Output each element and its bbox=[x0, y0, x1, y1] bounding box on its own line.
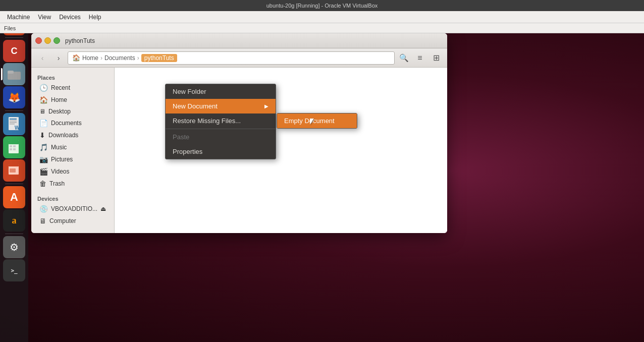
files-label-text: Files bbox=[4, 25, 16, 31]
fm-titlebar: pythonTuts bbox=[31, 33, 447, 48]
svg-rect-6 bbox=[10, 119, 17, 120]
sidebar-item-documents[interactable]: 📄 Documents bbox=[33, 117, 112, 129]
breadcrumb-current[interactable]: pythonTuts bbox=[141, 54, 177, 62]
launcher-sep-4 bbox=[5, 234, 23, 234]
ctx-new-folder[interactable]: New Folder bbox=[166, 84, 276, 99]
ctx-new-document[interactable]: New Document ▶ Empty Document bbox=[166, 99, 276, 113]
breadcrumb-home-icon: 🏠 bbox=[72, 54, 80, 62]
maximize-button[interactable] bbox=[53, 37, 60, 44]
view-toggle-button[interactable]: ⊞ bbox=[429, 51, 443, 65]
vbox-title: ubuntu-20g [Running] - Oracle VM Virtual… bbox=[266, 3, 378, 9]
svg-rect-4 bbox=[8, 71, 14, 74]
fm-sidebar: Places 🕒 Recent 🏠 Home 🖥 Desktop 📄 Docum… bbox=[31, 68, 115, 233]
ctx-properties-label: Properties bbox=[173, 148, 202, 155]
sidebar-desktop-label: Desktop bbox=[48, 108, 71, 115]
minimize-button[interactable] bbox=[44, 37, 51, 44]
ctx-properties[interactable]: Properties bbox=[166, 144, 276, 159]
ctx-submenu-arrow: ▶ bbox=[264, 103, 269, 109]
fm-files-pane[interactable]: New Folder New Document ▶ Empty Document… bbox=[115, 68, 447, 233]
sidebar-music-label: Music bbox=[51, 144, 67, 151]
sidebar-computer-label: Computer bbox=[49, 217, 76, 224]
sidebar-item-computer[interactable]: 🖥 Computer bbox=[33, 215, 112, 227]
launcher-amazon[interactable]: a bbox=[3, 209, 25, 232]
devices-label: Devices bbox=[31, 194, 114, 203]
svg-rect-8 bbox=[10, 122, 17, 123]
vbox-titlebar: ubuntu-20g [Running] - Oracle VM Virtual… bbox=[0, 0, 644, 11]
breadcrumb-sep-2: › bbox=[137, 54, 139, 62]
computer-icon: 🖥 bbox=[39, 217, 46, 225]
breadcrumb-documents[interactable]: Documents bbox=[104, 54, 135, 62]
sidebar-videos-label: Videos bbox=[51, 168, 69, 175]
launcher-installer[interactable]: A bbox=[3, 186, 25, 208]
menu-devices[interactable]: Devices bbox=[55, 13, 85, 22]
sidebar-documents-label: Documents bbox=[51, 120, 82, 127]
svg-rect-19 bbox=[10, 168, 16, 173]
menu-button[interactable]: ≡ bbox=[413, 51, 427, 65]
svg-rect-18 bbox=[9, 164, 19, 166]
ctx-restore-label: Restore Missing Files... bbox=[173, 117, 241, 125]
svg-rect-14 bbox=[13, 145, 16, 147]
files-label-bar: Files bbox=[0, 23, 644, 33]
menu-view[interactable]: View bbox=[34, 13, 55, 22]
close-button[interactable] bbox=[35, 37, 42, 44]
svg-rect-9 bbox=[10, 124, 15, 125]
sidebar-downloads-label: Downloads bbox=[48, 132, 78, 139]
launcher-sep-3 bbox=[5, 184, 23, 184]
ctx-empty-document-label: Empty Document bbox=[284, 117, 335, 125]
eject-icon[interactable]: ⏏ bbox=[100, 205, 106, 212]
sidebar-pictures-label: Pictures bbox=[51, 156, 73, 163]
launcher-terminal[interactable]: >_ bbox=[3, 259, 25, 281]
fm-window: pythonTuts ‹ › 🏠 Home › Documents › pyth… bbox=[31, 33, 447, 233]
launcher-files[interactable] bbox=[3, 63, 25, 85]
documents-icon: 📄 bbox=[39, 119, 48, 127]
forward-button[interactable]: › bbox=[51, 51, 66, 65]
launcher-sep-1 bbox=[5, 37, 23, 38]
launcher-writer[interactable]: W bbox=[3, 113, 25, 135]
menu-help[interactable]: Help bbox=[85, 13, 105, 22]
home-icon: 🏠 bbox=[39, 96, 48, 104]
sidebar-item-pictures[interactable]: 📷 Pictures bbox=[33, 153, 112, 165]
desktop-icon: 🖥 bbox=[39, 108, 45, 115]
breadcrumb-sep-1: › bbox=[100, 54, 102, 62]
back-button[interactable]: ‹ bbox=[35, 51, 49, 65]
breadcrumb-bar: 🏠 Home › Documents › pythonTuts bbox=[68, 51, 395, 65]
vbox-menubar: Machine View Devices Help bbox=[0, 11, 644, 23]
launcher-firefox[interactable]: 🦊 bbox=[3, 86, 25, 108]
search-button[interactable]: 🔍 bbox=[397, 51, 411, 65]
ctx-new-folder-label: New Folder bbox=[173, 88, 206, 95]
ctx-separator bbox=[166, 129, 276, 129]
svg-rect-15 bbox=[10, 148, 12, 150]
context-menu: New Folder New Document ▶ Empty Document… bbox=[165, 84, 276, 159]
places-label: Places bbox=[31, 73, 114, 82]
videos-icon: 🎬 bbox=[39, 167, 48, 176]
sidebar-item-music[interactable]: 🎵 Music bbox=[33, 141, 112, 153]
ctx-new-document-label: New Document bbox=[173, 102, 218, 110]
launcher-settings[interactable]: ⚙ bbox=[3, 236, 25, 258]
sidebar-item-videos[interactable]: 🎬 Videos bbox=[33, 165, 112, 178]
trash-icon: 🗑 bbox=[39, 180, 46, 188]
launcher-impress[interactable] bbox=[3, 159, 25, 182]
ctx-paste: Paste bbox=[166, 130, 276, 144]
recent-icon: 🕒 bbox=[39, 84, 48, 92]
launcher-chromium[interactable]: C bbox=[3, 40, 25, 62]
sidebar-item-vbox[interactable]: 💿 VBOXADDITIO... ⏏ bbox=[33, 203, 112, 215]
ctx-empty-document[interactable]: Empty Document bbox=[277, 113, 357, 128]
fm-title: pythonTuts bbox=[65, 37, 95, 44]
window-buttons bbox=[35, 37, 60, 44]
sidebar-vbox-label: VBOXADDITIO... bbox=[51, 205, 97, 212]
ctx-paste-label: Paste bbox=[173, 133, 189, 141]
launcher-calc[interactable] bbox=[3, 136, 25, 158]
sidebar-item-trash[interactable]: 🗑 Trash bbox=[33, 178, 112, 190]
breadcrumb-home[interactable]: Home bbox=[82, 54, 98, 62]
sidebar-item-desktop[interactable]: 🖥 Desktop bbox=[33, 106, 112, 117]
sidebar-home-label: Home bbox=[51, 96, 67, 103]
svg-text:W: W bbox=[15, 125, 20, 131]
sidebar-trash-label: Trash bbox=[49, 180, 65, 187]
sidebar-item-home[interactable]: 🏠 Home bbox=[33, 94, 112, 106]
downloads-icon: ⬇ bbox=[39, 131, 45, 139]
ctx-restore-files[interactable]: Restore Missing Files... bbox=[166, 113, 276, 128]
sidebar-item-recent[interactable]: 🕒 Recent bbox=[33, 82, 112, 94]
sidebar-item-downloads[interactable]: ⬇ Downloads bbox=[33, 129, 112, 141]
menu-machine[interactable]: Machine bbox=[3, 13, 34, 22]
music-icon: 🎵 bbox=[39, 143, 48, 151]
